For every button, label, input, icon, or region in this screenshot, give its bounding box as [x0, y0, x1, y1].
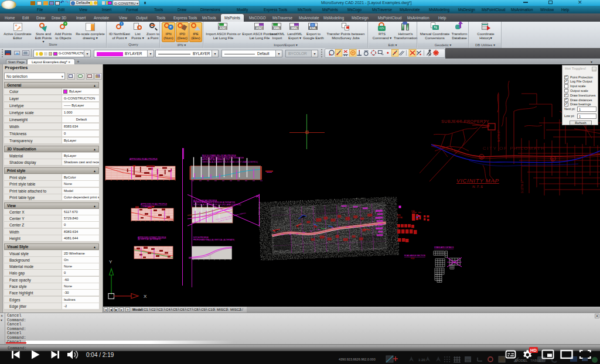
svg-text:N.T.S: N.T.S: [472, 185, 483, 188]
svg-text:VICINITY MAP: VICINITY MAP: [456, 177, 499, 184]
svg-text:20: 20: [551, 158, 555, 161]
svg-text:SUBJECT PROPERTY: SUBJECT PROPERTY: [441, 119, 489, 124]
svg-text:34: 34: [480, 156, 483, 159]
svg-text:FILE: FILE: [411, 257, 414, 260]
svg-text:0:04 / 2:19: 0:04 / 2:19: [86, 352, 114, 358]
svg-text:ROAD ANGLE SECTION: ROAD ANGLE SECTION: [404, 255, 425, 257]
svg-text:APPROVED ROAD PROFILE: APPROVED ROAD PROFILE: [129, 158, 158, 160]
svg-text:X A: X A: [411, 210, 415, 212]
svg-text:VERTICAL ALIGNMENT 828.25 GRAN: VERTICAL ALIGNMENT 828.25 GRAN CONST LEA…: [202, 161, 258, 163]
svg-text:(A) VERTICAL (ALTERNATE): (A) VERTICAL (ALTERNATE): [138, 238, 161, 241]
svg-text:STANDARD DETAILS: STANDARD DETAILS: [434, 246, 454, 249]
svg-text:TOTAL: TOTAL: [397, 217, 403, 219]
svg-text:N 9TH ST: N 9TH ST: [497, 130, 500, 142]
svg-text:CITY OF PHILOMATH: CITY OF PHILOMATH: [483, 146, 546, 151]
svg-text:S 13TH ST: S 13TH ST: [521, 180, 524, 193]
svg-text:VERTICAL ALIGNMENT 828.25% (RD: VERTICAL ALIGNMENT 828.25% (RD LANE CONT…: [193, 204, 241, 206]
svg-text:Y: Y: [109, 259, 112, 265]
svg-text:X: X: [144, 294, 147, 299]
svg-text:PROFILE AND STA(d) (A) VERTIC: PROFILE AND STA(d) (A) VERTICAL (ALTERNA…: [193, 239, 234, 241]
svg-text:½ STANDARD: ½ STANDARD: [141, 205, 152, 208]
svg-text:HD: HD: [530, 348, 537, 353]
